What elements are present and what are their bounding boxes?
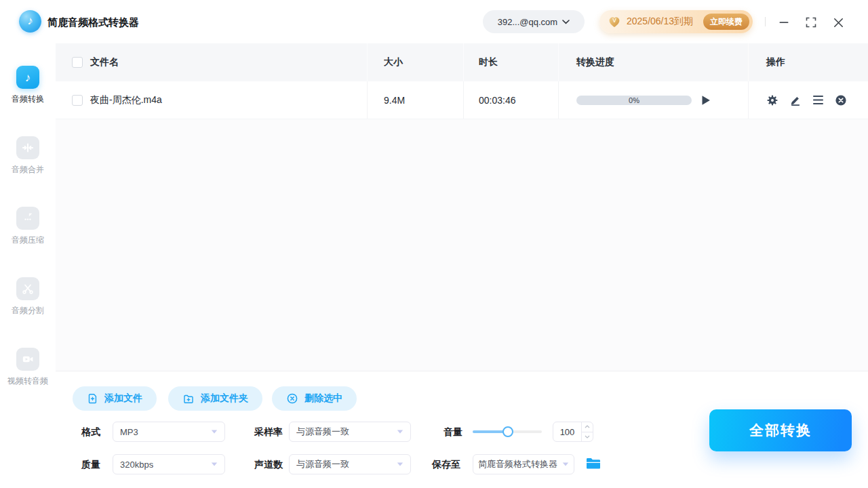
format-select[interactable]: MP3 xyxy=(113,422,225,442)
compress-icon xyxy=(16,207,39,230)
file-drop-area[interactable] xyxy=(56,119,868,371)
progress-bar: 0% xyxy=(576,96,692,105)
gear-icon xyxy=(766,94,778,106)
close-icon xyxy=(833,18,844,28)
table-header: 文件名 大小 时长 转换进度 操作 xyxy=(56,43,868,81)
add-folder-label: 添加文件夹 xyxy=(201,392,248,405)
account-dropdown[interactable]: 392...@qq.com xyxy=(483,10,585,33)
minimize-icon xyxy=(778,17,789,28)
dropdown-arrow-icon xyxy=(211,429,218,434)
circle-x-icon xyxy=(835,94,847,106)
file-plus-icon xyxy=(87,392,98,405)
format-value: MP3 xyxy=(120,427,138,437)
renew-button[interactable]: 立即续费 xyxy=(703,14,749,30)
quality-label: 质量 xyxy=(81,459,100,471)
sidebar-item-audio-merge[interactable]: 音频合并 xyxy=(0,136,56,176)
fullscreen-icon xyxy=(806,17,816,28)
save-to-label: 保存至 xyxy=(432,459,460,471)
sample-rate-select[interactable]: 与源音频一致 xyxy=(289,422,411,442)
file-size: 9.4M xyxy=(384,95,405,106)
vip-expiry-date: 2025/06/13到期 xyxy=(627,16,693,28)
open-folder-button[interactable] xyxy=(586,457,601,470)
close-button[interactable] xyxy=(831,16,845,29)
sample-rate-label: 采样率 xyxy=(254,426,283,439)
column-header-size: 大小 xyxy=(384,56,403,68)
delete-row-button[interactable] xyxy=(835,94,847,106)
sample-rate-value: 与源音频一致 xyxy=(296,426,349,438)
table-row: 夜曲-周杰伦.m4a 9.4M 00:03:46 0% xyxy=(56,81,868,119)
add-file-label: 添加文件 xyxy=(104,392,142,405)
vip-badge: V 2025/06/13到期 立即续费 xyxy=(599,10,753,33)
progress-percent: 0% xyxy=(576,96,692,105)
column-header-name: 文件名 xyxy=(90,56,119,68)
file-duration: 00:03:46 xyxy=(479,95,516,106)
play-icon xyxy=(701,95,711,106)
chevron-down-icon xyxy=(562,20,570,24)
scissors-icon xyxy=(16,277,39,300)
sidebar-item-label: 视频转音频 xyxy=(7,375,48,387)
music-note-icon: ♪ xyxy=(16,66,39,89)
volume-input[interactable]: 100 xyxy=(553,422,593,442)
sidebar-item-label: 音频合并 xyxy=(12,164,44,176)
save-to-select[interactable]: 简鹿音频格式转换器 xyxy=(473,454,574,474)
details-button[interactable] xyxy=(812,95,824,105)
sidebar: ♪ 音频转换 音频合并 音频压缩 xyxy=(0,43,56,488)
play-button[interactable] xyxy=(701,95,711,106)
circle-x-outline-icon xyxy=(286,392,298,405)
topbar: ♪ 简鹿音频格式转换器 392...@qq.com V 2025/06/13到期… xyxy=(0,0,868,43)
quality-select[interactable]: 320kbps xyxy=(113,454,225,474)
spinner-down-button[interactable] xyxy=(582,432,593,442)
sidebar-item-label: 音频转换 xyxy=(12,94,44,105)
sidebar-item-audio-convert[interactable]: ♪ 音频转换 xyxy=(0,66,56,105)
dropdown-arrow-icon xyxy=(397,429,403,434)
quality-value: 320kbps xyxy=(120,460,153,470)
sidebar-item-label: 音频压缩 xyxy=(12,235,44,246)
delete-selected-button[interactable]: 删除选中 xyxy=(272,386,357,411)
delete-selected-label: 删除选中 xyxy=(304,392,342,405)
volume-spinner xyxy=(581,422,593,441)
select-all-checkbox[interactable] xyxy=(72,57,83,68)
column-header-progress: 转换进度 xyxy=(576,56,614,68)
dropdown-arrow-icon xyxy=(562,462,569,467)
settings-button[interactable] xyxy=(766,94,778,106)
video-camera-icon xyxy=(16,348,39,371)
merge-icon xyxy=(16,136,39,159)
volume-label: 音量 xyxy=(443,426,462,439)
convert-all-button[interactable]: 全部转换 xyxy=(709,409,852,451)
channels-label: 声道数 xyxy=(254,459,283,471)
app-window: { "app": { "title": "简鹿音频格式转换器" }, "topb… xyxy=(0,0,868,488)
window-controls-divider xyxy=(765,17,766,26)
vip-crown-icon: V xyxy=(608,15,621,28)
account-label: 392...@qq.com xyxy=(498,17,557,27)
dropdown-arrow-icon xyxy=(211,462,218,467)
add-file-button[interactable]: 添加文件 xyxy=(73,386,157,411)
dropdown-arrow-icon xyxy=(397,462,403,467)
spinner-up-button[interactable] xyxy=(582,422,593,432)
app-logo-icon: ♪ xyxy=(19,10,41,33)
row-checkbox[interactable] xyxy=(72,95,83,106)
pencil-icon xyxy=(789,94,802,106)
sidebar-item-label: 音频分割 xyxy=(12,305,44,317)
menu-icon xyxy=(812,95,824,105)
sidebar-item-video-to-audio[interactable]: 视频转音频 xyxy=(0,348,56,387)
channels-value: 与源音频一致 xyxy=(296,458,349,470)
file-name: 夜曲-周杰伦.m4a xyxy=(90,94,162,106)
add-folder-button[interactable]: 添加文件夹 xyxy=(168,386,262,411)
column-header-actions: 操作 xyxy=(766,56,785,68)
chevron-down-icon xyxy=(585,435,590,439)
sidebar-item-audio-split[interactable]: 音频分割 xyxy=(0,277,56,317)
edit-button[interactable] xyxy=(789,94,802,106)
volume-slider[interactable] xyxy=(473,430,542,433)
channels-select[interactable]: 与源音频一致 xyxy=(289,454,411,474)
chevron-up-icon xyxy=(585,425,590,428)
column-header-duration: 时长 xyxy=(479,56,498,68)
maximize-button[interactable] xyxy=(804,16,818,29)
folder-icon xyxy=(586,457,601,470)
sidebar-item-audio-compress[interactable]: 音频压缩 xyxy=(0,207,56,246)
volume-slider-thumb[interactable] xyxy=(502,426,513,437)
minimize-button[interactable] xyxy=(777,16,791,29)
volume-value: 100 xyxy=(553,422,581,441)
format-label: 格式 xyxy=(81,426,100,439)
app-title: 简鹿音频格式转换器 xyxy=(47,16,139,29)
save-to-value: 简鹿音频格式转换器 xyxy=(478,458,557,470)
